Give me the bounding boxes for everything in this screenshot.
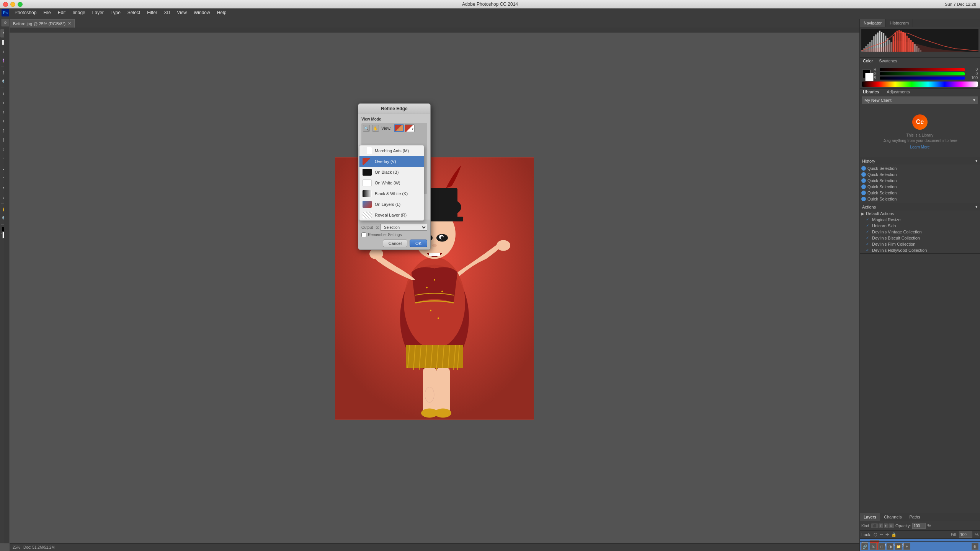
history-item[interactable]: Quick Selection (860, 171, 980, 178)
tab-color[interactable]: Color (860, 58, 876, 64)
color-spectrum-bar[interactable] (862, 82, 978, 87)
fill-input[interactable] (959, 531, 972, 538)
close-button[interactable] (3, 2, 8, 7)
history-item[interactable]: Quick Selection (860, 178, 980, 184)
action-item-devlin-film[interactable]: ✓ Devlin's Film Collection (860, 241, 980, 247)
overlay-view-icon[interactable] (394, 124, 404, 132)
action-item-unicorn-skin[interactable]: ✓ Unicorn Skin (860, 223, 980, 229)
menu-filter[interactable]: Filter (144, 9, 160, 16)
view-option-on-layers[interactable]: On Layers (L) (359, 199, 424, 210)
background-swatch[interactable] (865, 73, 874, 81)
learn-more-link[interactable]: Learn More (910, 145, 929, 149)
new-adjustment-btn[interactable]: ◑ (887, 543, 893, 550)
refine-edge-hand-tool[interactable]: ✋ (372, 125, 379, 132)
opacity-input[interactable] (912, 523, 926, 529)
svg-point-31 (369, 248, 383, 259)
action-item-devlin-vintage[interactable]: ✓ Devlin's Vintage Collection (860, 229, 980, 235)
history-item[interactable]: Quick Selection (860, 184, 980, 190)
history-item[interactable]: Quick Selection (860, 196, 980, 202)
svg-rect-2 (4, 28, 10, 543)
lock-image-icon[interactable]: ✏ (880, 532, 883, 537)
library-dropdown[interactable]: My New Client ▾ (862, 96, 978, 104)
tab-layers[interactable]: Layers (860, 513, 880, 521)
canvas-area[interactable] (10, 33, 859, 543)
view-option-on-white[interactable]: On White (W) (359, 178, 424, 188)
reveal-layer-thumb (363, 212, 372, 218)
history-panel-header[interactable]: History ▾ (860, 157, 980, 165)
menu-select[interactable]: Select (124, 9, 143, 16)
layer-kind-filter[interactable]: Kind ⬛ T ♦ ⊕ (861, 523, 894, 528)
menu-image[interactable]: Image (69, 9, 88, 16)
action-check-icon: ✓ (866, 236, 871, 240)
menu-help[interactable]: Help (214, 9, 230, 16)
menu-type[interactable]: Type (108, 9, 124, 16)
options-bar: ⊙ Size: (0, 17, 980, 28)
remember-settings-checkbox[interactable] (361, 232, 366, 237)
tab-swatches[interactable]: Swatches (876, 58, 900, 64)
ok-button[interactable]: OK (410, 240, 427, 247)
history-panel: History ▾ Quick Selection Quick Selectio… (860, 157, 980, 203)
delete-layer-btn[interactable]: 🗑 (972, 543, 978, 550)
output-row: Output To: Selection Layer Mask New Laye… (361, 224, 427, 231)
brush-preset-picker[interactable]: ⊙ (2, 19, 9, 26)
tab-histogram[interactable]: Histogram (886, 19, 913, 27)
link-layers-btn[interactable]: 🔗 (861, 543, 868, 550)
menu-photoshop[interactable]: Photoshop (11, 9, 39, 16)
action-item-devlin-hollywood[interactable]: ✓ Devlin's Hollywood Collection (860, 247, 980, 253)
cc-library-empty-state: Cc This is a LibraryDrag anything from y… (860, 107, 980, 157)
refine-edge-dialog[interactable]: Refine Edge View Mode 🔍 ✋ View: (358, 103, 431, 250)
view-option-reveal-layer[interactable]: Reveal Layer (R) (359, 210, 424, 220)
view-dropdown-arrow[interactable]: ▾ (405, 124, 415, 132)
menu-file[interactable]: File (40, 9, 54, 16)
refine-edge-zoom-tool[interactable]: 🔍 (363, 125, 370, 132)
maximize-button[interactable] (18, 2, 23, 7)
lock-all-icon[interactable]: 🔒 (891, 532, 897, 537)
history-item[interactable]: Quick Selection (860, 165, 980, 171)
actions-section-default[interactable]: ▶ Default Actions (860, 210, 980, 217)
tab-libraries[interactable]: Libraries (860, 89, 882, 95)
layers-panel-bottom: Layers Channels Paths Kind ⬛ T ♦ ⊕ Opaci… (860, 513, 980, 551)
menu-view[interactable]: View (174, 9, 190, 16)
layer-opacity-control: Opacity: % (895, 523, 931, 529)
dialog-title: Refine Edge (358, 104, 430, 114)
red-slider-row: R 0 (874, 67, 978, 72)
add-style-btn[interactable]: fx (870, 543, 877, 550)
layers-channels-paths-tabs: Layers Channels Paths (860, 513, 980, 521)
tab-paths[interactable]: Paths (906, 513, 924, 521)
fg-bg-color-switcher[interactable] (862, 70, 871, 78)
cancel-button[interactable]: Cancel (383, 240, 407, 247)
new-layer-btn[interactable]: + (903, 543, 910, 550)
lock-position-icon[interactable]: ✛ (885, 532, 889, 537)
tab-channels[interactable]: Channels (880, 513, 905, 521)
action-item-devlin-biscuit[interactable]: ✓ Devlin's Biscuit Collection (860, 235, 980, 241)
fill-percent: % (975, 532, 978, 537)
actions-list: ▶ Default Actions ✓ Magical Resize ✓ Uni… (860, 210, 980, 253)
menu-edit[interactable]: Edit (55, 9, 69, 16)
action-item-magical-resize[interactable]: ✓ Magical Resize (860, 217, 980, 223)
layer-bottom-toolbar: 🔗 fx ◻ ◑ 📁 + 🗑 (860, 541, 980, 551)
view-option-overlay[interactable]: Overlay (V) (359, 156, 424, 167)
dialog-footer: Output To: Selection Layer Mask New Laye… (358, 220, 430, 249)
menu-window[interactable]: Window (191, 9, 213, 16)
add-mask-btn[interactable]: ◻ (878, 543, 885, 550)
svg-point-32 (497, 240, 510, 251)
minimize-button[interactable] (10, 2, 15, 7)
history-item-icon (861, 178, 866, 183)
view-option-bw[interactable]: Black & White (K) (359, 188, 424, 199)
doc-close-icon[interactable]: ✕ (68, 21, 71, 26)
output-select[interactable]: Selection Layer Mask New Layer (381, 224, 427, 231)
remember-settings-row: Remember Settings (361, 232, 427, 237)
tab-navigator[interactable]: Navigator (860, 19, 886, 27)
menu-3d[interactable]: 3D (161, 9, 173, 16)
history-item[interactable]: Quick Selection (860, 190, 980, 196)
menu-layer[interactable]: Layer (89, 9, 107, 16)
view-option-on-black[interactable]: On Black (B) (359, 167, 424, 178)
tab-adjustments[interactable]: Adjustments (884, 89, 913, 95)
document-tab[interactable]: Before.jpg @ 25% (RGB/8*) ✕ (10, 19, 75, 28)
menu-bar: Ps Photoshop File Edit Image Layer Type … (0, 8, 980, 17)
actions-panel-header[interactable]: Actions ▾ (860, 203, 980, 210)
lock-transparent-icon[interactable]: ⬡ (874, 532, 877, 537)
view-option-marching-ants[interactable]: Marching Ants (M) (359, 145, 424, 156)
view-dropdown-menu[interactable]: Marching Ants (M) Overlay (V) On Black (… (359, 145, 424, 221)
new-group-btn[interactable]: 📁 (895, 543, 902, 550)
